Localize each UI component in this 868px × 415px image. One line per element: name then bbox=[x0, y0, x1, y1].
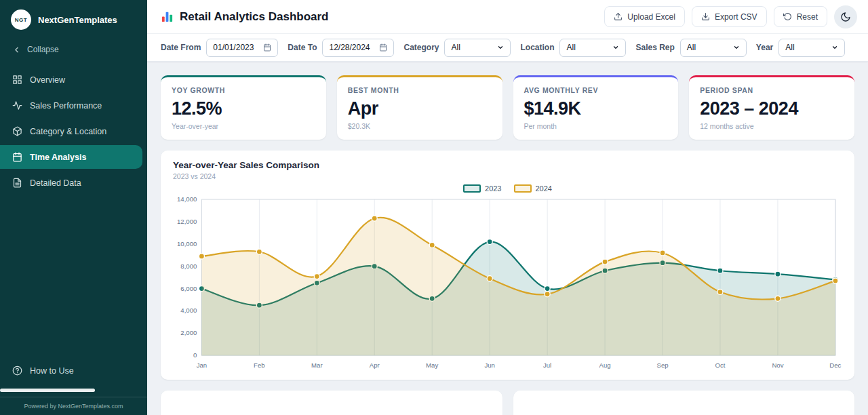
page-header: Retail Analytics Dashboard Upload Excel … bbox=[147, 0, 868, 34]
yoy-comparison-chart: 02,0004,0006,0008,00010,00012,00014,000J… bbox=[173, 194, 842, 373]
kpi-sub: 12 months active bbox=[700, 122, 844, 130]
date-from-label: Date From bbox=[161, 43, 201, 52]
bottom-card-left bbox=[161, 391, 502, 415]
svg-text:Nov: Nov bbox=[772, 361, 783, 369]
legend-label: 2024 bbox=[536, 184, 552, 193]
legend-item-2024[interactable]: 2024 bbox=[514, 184, 552, 193]
sidebar-item-label: Time Analysis bbox=[30, 153, 86, 162]
legend-label: 2023 bbox=[485, 184, 501, 193]
kpi-value: 2023 – 2024 bbox=[700, 98, 844, 119]
sidebar-item-label: Sales Performance bbox=[30, 101, 102, 111]
svg-text:Apr: Apr bbox=[370, 361, 380, 369]
app-window: NGT NextGenTemplates Collapse Overview S… bbox=[0, 0, 868, 415]
bottom-card-right bbox=[513, 391, 855, 415]
how-to-use-label: How to Use bbox=[30, 366, 74, 376]
sales-rep-label: Sales Rep bbox=[635, 43, 674, 52]
sales-rep-select[interactable]: All bbox=[680, 39, 747, 57]
sidebar-item-time-analysis[interactable]: Time Analysis bbox=[0, 145, 142, 169]
location-value: All bbox=[566, 43, 575, 52]
collapse-label: Collapse bbox=[27, 45, 59, 54]
kpi-card-period-span: PERIOD SPAN 2023 – 2024 12 months active bbox=[689, 75, 854, 140]
sidebar-item-label: Category & Location bbox=[30, 127, 106, 136]
sidebar-horizontal-scrollbar[interactable] bbox=[0, 389, 95, 392]
kpi-card-best-month: BEST MONTH Apr $20.3K bbox=[337, 75, 502, 140]
sidebar-item-detailed-data[interactable]: Detailed Data bbox=[0, 171, 147, 195]
category-select[interactable]: All bbox=[444, 39, 511, 57]
reset-label: Reset bbox=[797, 12, 818, 22]
bar-chart-icon bbox=[161, 10, 174, 23]
chevron-down-icon bbox=[733, 44, 740, 51]
content-area: YOY GROWTH 12.5% Year-over-year BEST MON… bbox=[147, 62, 868, 415]
legend-swatch bbox=[514, 184, 532, 193]
grid-icon bbox=[12, 75, 22, 85]
chart-legend: 20232024 bbox=[173, 184, 842, 193]
date-to-label: Date To bbox=[288, 43, 317, 52]
chart-title: Year-over-Year Sales Comparison bbox=[173, 160, 842, 170]
upload-excel-label: Upload Excel bbox=[627, 12, 675, 22]
export-csv-button[interactable]: Export CSV bbox=[692, 6, 767, 27]
yoy-comparison-card: Year-over-Year Sales Comparison 2023 vs … bbox=[161, 151, 854, 380]
reset-button[interactable]: Reset bbox=[774, 6, 827, 27]
svg-text:12,000: 12,000 bbox=[177, 218, 197, 225]
year-value: All bbox=[785, 43, 794, 52]
chevron-left-icon bbox=[12, 45, 21, 54]
date-to-input[interactable]: 12/28/2024 bbox=[322, 39, 394, 57]
moon-icon bbox=[840, 12, 851, 22]
theme-toggle-button[interactable] bbox=[834, 5, 857, 28]
chevron-down-icon bbox=[612, 44, 619, 51]
page-title: Retail Analytics Dashboard bbox=[180, 10, 329, 24]
svg-text:10,000: 10,000 bbox=[177, 240, 197, 248]
download-icon bbox=[701, 12, 710, 21]
bottom-cards-row bbox=[161, 391, 854, 415]
kpi-label: BEST MONTH bbox=[348, 86, 492, 94]
chart-subtitle: 2023 vs 2024 bbox=[173, 172, 842, 180]
svg-text:Jul: Jul bbox=[543, 361, 551, 369]
svg-text:0: 0 bbox=[193, 351, 197, 359]
collapse-button[interactable]: Collapse bbox=[0, 37, 147, 62]
rotate-ccw-icon bbox=[783, 12, 792, 21]
svg-text:2,000: 2,000 bbox=[180, 329, 197, 336]
activity-icon bbox=[12, 100, 22, 111]
date-from-input[interactable]: 01/01/2023 bbox=[206, 39, 278, 57]
svg-text:Jan: Jan bbox=[197, 361, 207, 369]
svg-text:14,000: 14,000 bbox=[177, 195, 197, 203]
box-icon bbox=[12, 126, 22, 136]
sidebar-item-label: Overview bbox=[30, 75, 65, 85]
filter-location: Location All bbox=[520, 39, 626, 57]
upload-icon bbox=[614, 12, 623, 21]
calendar-icon bbox=[263, 43, 271, 52]
how-to-use-button[interactable]: How to Use bbox=[0, 358, 147, 383]
upload-excel-button[interactable]: Upload Excel bbox=[604, 6, 685, 27]
legend-item-2023[interactable]: 2023 bbox=[463, 184, 501, 193]
sidebar: NGT NextGenTemplates Collapse Overview S… bbox=[0, 0, 147, 415]
year-select[interactable]: All bbox=[778, 39, 845, 57]
date-from-value: 01/01/2023 bbox=[213, 43, 254, 52]
kpi-row: YOY GROWTH 12.5% Year-over-year BEST MON… bbox=[161, 75, 854, 140]
location-select[interactable]: All bbox=[559, 39, 626, 57]
svg-text:Feb: Feb bbox=[254, 361, 265, 369]
powered-by-text: Powered by NextGenTemplates.com bbox=[0, 397, 147, 415]
brand-logo-text: NGT bbox=[15, 17, 27, 23]
sidebar-nav: Overview Sales Performance Category & Lo… bbox=[0, 68, 147, 195]
sidebar-item-sales-performance[interactable]: Sales Performance bbox=[0, 94, 147, 117]
sidebar-item-category-location[interactable]: Category & Location bbox=[0, 119, 147, 143]
sidebar-item-overview[interactable]: Overview bbox=[0, 68, 147, 92]
sidebar-bottom: How to Use Powered by NextGenTemplates.c… bbox=[0, 358, 147, 415]
svg-text:May: May bbox=[426, 361, 438, 369]
page-title-wrap: Retail Analytics Dashboard bbox=[161, 10, 329, 24]
export-csv-label: Export CSV bbox=[715, 12, 757, 22]
help-circle-icon bbox=[12, 365, 22, 376]
filter-bar: Date From 01/01/2023 Date To 12/28/2024 … bbox=[147, 34, 868, 62]
chevron-down-icon bbox=[831, 44, 838, 51]
header-actions: Upload Excel Export CSV Reset bbox=[604, 5, 857, 28]
kpi-value: $14.9K bbox=[524, 98, 668, 119]
filter-sales-rep: Sales Rep All bbox=[635, 39, 746, 57]
filter-date-to: Date To 12/28/2024 bbox=[288, 39, 394, 57]
filter-category: Category All bbox=[403, 39, 511, 57]
sidebar-item-label: Detailed Data bbox=[30, 178, 81, 188]
filter-date-from: Date From 01/01/2023 bbox=[161, 39, 278, 57]
svg-text:Dec: Dec bbox=[829, 361, 841, 369]
kpi-sub: Year-over-year bbox=[172, 122, 315, 130]
svg-text:Sep: Sep bbox=[657, 361, 669, 369]
kpi-value: Apr bbox=[348, 98, 492, 119]
